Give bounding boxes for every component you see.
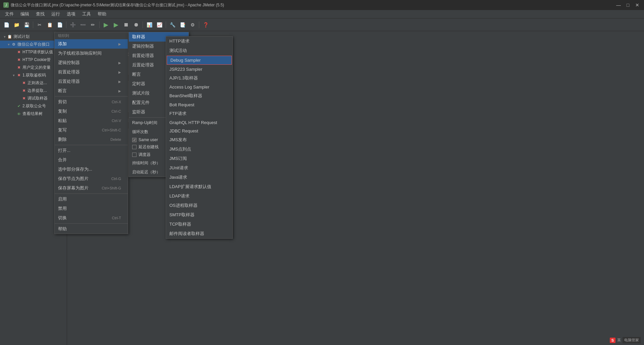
- toolbar-stop[interactable]: ⏹: [121, 20, 131, 30]
- same-user-checkbox[interactable]: ✓: [132, 138, 137, 142]
- ctx-merge[interactable]: 合并: [55, 155, 128, 165]
- sampler-jsr223[interactable]: JSR223 Sampler: [166, 65, 232, 73]
- maximize-button[interactable]: □: [625, 2, 631, 8]
- ctx-save-screen-img[interactable]: 保存屏幕为图片 Ctrl+Shift-G: [55, 183, 128, 193]
- public-icon: ✔: [16, 104, 21, 109]
- sampler-mail-reader[interactable]: 邮件阅读者取样器: [166, 229, 232, 238]
- toolbar-cut[interactable]: ✂: [35, 20, 44, 30]
- ctx-disable[interactable]: 禁用: [55, 204, 128, 213]
- toolbar-help[interactable]: ❓: [201, 20, 210, 30]
- tree-label: 用户定义的变量: [22, 65, 51, 70]
- sampler-ajp[interactable]: AJP/1.3取样器: [166, 73, 232, 83]
- ctx-cut-label: 剪切: [58, 99, 67, 105]
- ctx-assertion-label: 断言: [58, 88, 67, 94]
- toolbar-add[interactable]: ➕: [68, 20, 77, 30]
- sampler-bolt[interactable]: Bolt Request: [166, 101, 232, 109]
- cookie-icon: ✖: [16, 58, 21, 62]
- toolbar-save[interactable]: 💾: [22, 20, 31, 30]
- ctx-sep1: [55, 96, 128, 97]
- toolbar-settings[interactable]: 🔧: [168, 20, 177, 30]
- sampler-access-log[interactable]: Access Log Sampler: [166, 83, 232, 91]
- ctx-post-arrow: ▶: [118, 80, 121, 83]
- sampler-http[interactable]: HTTP请求: [166, 37, 232, 46]
- ctx-enable[interactable]: 启用: [55, 194, 128, 204]
- ctx-add-arrow: ▶: [118, 42, 121, 46]
- sampler-os-process[interactable]: OS进程取样器: [166, 201, 232, 210]
- toolbar-run-alt[interactable]: ▶: [111, 20, 121, 30]
- ctx-save-node-img[interactable]: 保存节点为图片 Ctrl-G: [55, 174, 128, 183]
- sampler-ldap[interactable]: LDAP请求: [166, 191, 232, 201]
- sampler-java[interactable]: Java请求: [166, 173, 232, 182]
- watermark-pcmanager: 电脑管家: [623, 337, 641, 343]
- sampler-test-action[interactable]: 测试活动: [166, 46, 232, 55]
- menu-tools[interactable]: 工具: [79, 10, 94, 18]
- sampler-jms-sub[interactable]: JMS订阅: [166, 154, 232, 163]
- http-icon: ✖: [16, 50, 21, 55]
- menu-options[interactable]: 选项: [63, 10, 79, 18]
- toolbar-chart2[interactable]: 📈: [155, 20, 164, 30]
- menu-search[interactable]: 查找: [33, 10, 48, 18]
- toolbar-open[interactable]: 📁: [12, 20, 21, 30]
- menu-bar: 文件 编辑 查找 运行 选项 工具 帮助: [0, 10, 644, 18]
- arrow-icon: [12, 58, 16, 62]
- sampler-tcp[interactable]: TCP取样器: [166, 220, 232, 229]
- toolbar-sep1: [33, 21, 33, 28]
- toolbar-record[interactable]: ⏺: [131, 20, 141, 30]
- ctx-add[interactable]: 添加 ▶: [55, 39, 128, 49]
- minimize-button[interactable]: —: [615, 2, 622, 8]
- ctx-add-response-time[interactable]: 为子线程添加响应时间: [55, 49, 128, 58]
- sampler-jms-point[interactable]: JMS点到点: [166, 145, 232, 154]
- delay-create-chk[interactable]: [132, 145, 137, 149]
- toolbar-copy[interactable]: 📋: [45, 20, 54, 30]
- ctx-open[interactable]: 打开...: [55, 146, 128, 155]
- ctx-copy[interactable]: 复制 Ctrl-C: [55, 107, 128, 116]
- menu-edit[interactable]: 编辑: [17, 10, 33, 18]
- debug-sampler-label: Debug Sampler: [170, 58, 201, 63]
- sampler-ftp[interactable]: FTP请求: [166, 109, 232, 118]
- tcp-label: TCP取样器: [169, 221, 191, 227]
- menu-help[interactable]: 帮助: [94, 10, 110, 18]
- tree-label: 调试取样器: [28, 96, 48, 101]
- sampler-ldap-ext[interactable]: LDAP扩展请求默认值: [166, 182, 232, 191]
- app-icon: J: [3, 2, 9, 8]
- ctx-sep2: [55, 145, 128, 145]
- sampler-debug[interactable]: Debug Sampler: [167, 56, 232, 65]
- sampler-jms-publish[interactable]: JMS发布: [166, 135, 232, 145]
- menu-file[interactable]: 文件: [2, 10, 17, 18]
- toolbar-remove[interactable]: ➖: [78, 20, 88, 30]
- toolbar-new[interactable]: 📄: [2, 20, 11, 30]
- ctx-help[interactable]: 帮助: [55, 224, 128, 234]
- toolbar-chart1[interactable]: 📊: [145, 20, 154, 30]
- toolbar-paste[interactable]: 📄: [55, 20, 64, 30]
- ctx-toggle[interactable]: 切换 Ctrl-T: [55, 213, 128, 223]
- ctx-pre-processor[interactable]: 前置处理器 ▶: [55, 67, 128, 77]
- sampler-smtp[interactable]: SMTP取样器: [166, 210, 232, 220]
- access-log-label: Access Log Sampler: [169, 84, 209, 90]
- ctx-delete[interactable]: 删除 Delete: [55, 135, 128, 144]
- sampler-label: 取样器: [132, 34, 145, 40]
- scheduler-chk[interactable]: [132, 153, 137, 157]
- arrow-icon: [17, 81, 21, 85]
- ctx-cut[interactable]: 剪切 Ctrl-X: [55, 97, 128, 107]
- sampler-jdbc[interactable]: JDBC Request: [166, 127, 232, 135]
- ctx-save-selection[interactable]: 选中部分保存为...: [55, 165, 128, 174]
- toolbar-edit[interactable]: ✏: [88, 20, 98, 30]
- ctx-duplicate[interactable]: 复写 Ctrl+Shift-C: [55, 125, 128, 135]
- ctx-paste[interactable]: 粘贴 Ctrl-V: [55, 116, 128, 125]
- test-action-label: 测试活动: [169, 48, 187, 54]
- ctx-post-processor[interactable]: 后置处理器 ▶: [55, 77, 128, 86]
- graphql-label: GraphQL HTTP Request: [169, 120, 217, 125]
- close-button[interactable]: ✕: [634, 2, 641, 8]
- sampler-graphql[interactable]: GraphQL HTTP Request: [166, 118, 232, 127]
- jdbc-label: JDBC Request: [169, 128, 198, 133]
- ctx-logic-controller[interactable]: 逻辑控制器 ▶: [55, 58, 128, 67]
- menu-run[interactable]: 运行: [48, 10, 63, 18]
- sampler-junit[interactable]: JUnit请求: [166, 163, 232, 173]
- tree-label: 边界提取...: [28, 88, 47, 94]
- toolbar-run[interactable]: ▶: [101, 20, 111, 30]
- toolbar-list[interactable]: 📑: [178, 20, 187, 30]
- ctx-assertion[interactable]: 断言 ▶: [55, 86, 128, 96]
- wechat-icon: ⚙: [11, 42, 16, 47]
- sampler-beanshell[interactable]: BeanShell取样器: [166, 91, 232, 101]
- toolbar-gear[interactable]: ⚙: [188, 20, 197, 30]
